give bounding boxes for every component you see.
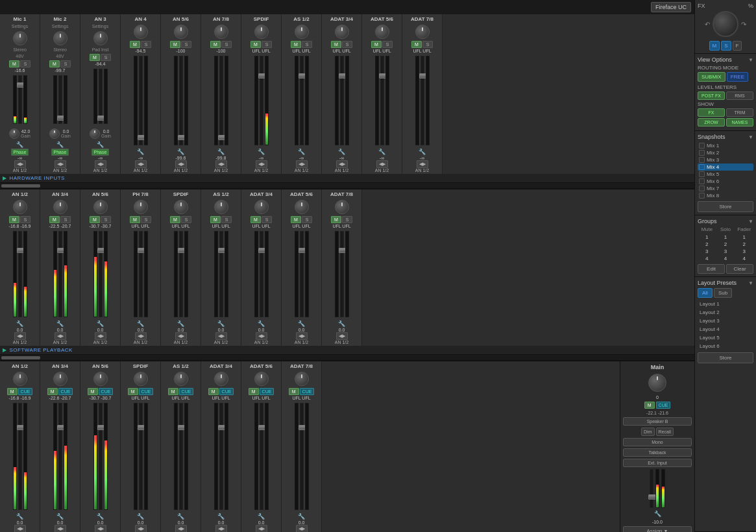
sw-adat56-fader[interactable] (300, 231, 304, 317)
sw-adat78-m-btn[interactable]: M (331, 216, 341, 223)
ch-adat34-s-btn[interactable]: S (342, 41, 352, 48)
ch-mic2-gain-knob[interactable] (49, 128, 60, 139)
cr-talkback-btn[interactable]: Talkback (623, 448, 692, 457)
sw-adat78-arr[interactable]: ◀▶ (336, 332, 348, 340)
sw-adat56-knob[interactable] (295, 200, 309, 214)
sw-an12-m-btn[interactable]: M (9, 216, 19, 223)
out-adat78-arr[interactable]: ◀▶ (296, 525, 308, 532)
rms-btn[interactable]: RMS (726, 91, 753, 100)
snapshots-arrow[interactable]: ▼ (748, 134, 753, 140)
out-adat34-wrench[interactable]: 🔧 (217, 513, 225, 520)
snap-cb5[interactable] (699, 171, 705, 177)
sw-an12-knob[interactable] (13, 200, 27, 214)
sw-an12-fader[interactable] (18, 231, 22, 317)
ch-adat34-arr[interactable]: ◀▶ (336, 160, 348, 168)
ch-an4-wrench[interactable]: 🔧 (136, 148, 145, 156)
ch-an3-wrench[interactable]: 🔧 (96, 141, 104, 149)
ch-mic2-phantom[interactable]: 48V (56, 53, 64, 60)
sw-an34-s-btn[interactable]: S (60, 216, 71, 223)
out-adat78-wrench[interactable]: 🔧 (297, 513, 306, 520)
ch-mic1-wrench[interactable]: 🔧 (16, 141, 24, 149)
ch-adat78-arr[interactable]: ◀▶ (417, 160, 428, 168)
layout-2[interactable]: Layout 2 (698, 308, 753, 317)
cr-recall-btn[interactable]: Recall (656, 428, 674, 436)
ch-as12-s-btn[interactable]: S (302, 41, 312, 48)
ch-mic1-gain-knob[interactable] (9, 128, 19, 139)
sw-spdif-wrench[interactable]: 🔧 (177, 320, 185, 328)
sw-an34-arr[interactable]: ◀▶ (55, 332, 66, 340)
sw-as12-knob[interactable] (214, 200, 228, 214)
out-an56-wrench[interactable]: 🔧 (96, 513, 104, 520)
sw-adat34-wrench[interactable]: 🔧 (257, 320, 265, 328)
sw-adat78-s-btn[interactable]: S (342, 216, 352, 223)
ch-mic2-knob[interactable] (53, 31, 67, 45)
ch-an3-s-btn[interactable]: S (101, 54, 111, 61)
post-fx-btn[interactable]: POST FX (698, 91, 725, 100)
fx-knob[interactable] (713, 11, 738, 37)
ch-spdif-wrench[interactable]: 🔧 (257, 148, 265, 156)
ch-an4-knob[interactable] (134, 25, 148, 39)
fx-m-btn[interactable]: M (709, 41, 720, 51)
sw-scroll-thumb[interactable] (1, 356, 40, 359)
ch-adat56-knob[interactable] (375, 25, 389, 39)
layout-tab-all[interactable]: All (698, 288, 713, 298)
sw-an12-arr[interactable]: ◀▶ (14, 332, 26, 340)
ch-adat78-m-btn[interactable]: M (411, 41, 422, 48)
ch-adat34-m-btn[interactable]: M (331, 41, 341, 48)
sw-an12-s-btn[interactable]: S (20, 216, 30, 223)
snapshot-mix6[interactable]: Mix 6 (698, 178, 753, 185)
snap-cb1[interactable] (699, 143, 705, 149)
layouts-arrow[interactable]: ▼ (748, 280, 753, 286)
ch-an4-m-btn[interactable]: M (130, 41, 140, 48)
snap-cb7[interactable] (699, 186, 705, 191)
out-adat78-cue-btn[interactable]: CUE (300, 388, 315, 395)
show-fx-btn[interactable]: FX (698, 108, 725, 117)
ch-mic2-settings[interactable]: Settings (52, 23, 68, 30)
sw-spdif-s-btn[interactable]: S (181, 216, 191, 223)
ch-mic1-phantom[interactable]: 48V (16, 53, 23, 60)
ch-spdif-s-btn[interactable]: S (262, 41, 272, 48)
out-spdif-cue-btn[interactable]: CUE (139, 388, 154, 395)
snap-cb8[interactable] (699, 193, 705, 199)
out-an12-cue-btn[interactable]: CUE (18, 388, 33, 395)
ch-mic1-settings[interactable]: Settings (12, 23, 28, 30)
ch-an4-s-btn[interactable]: S (141, 41, 151, 48)
sw-as12-wrench[interactable]: 🔧 (217, 320, 225, 328)
show-trim-btn[interactable]: TRIM (726, 108, 753, 117)
ch-as12-fader[interactable] (300, 56, 304, 145)
layout-6[interactable]: Layout 6 (698, 342, 753, 350)
out-adat34-cue-btn[interactable]: CUE (219, 388, 234, 395)
snap-cb3[interactable] (699, 157, 705, 163)
ch-adat34-fader[interactable] (340, 56, 344, 145)
ch-mic2-wrench[interactable]: 🔧 (56, 141, 64, 149)
sw-an56-arr[interactable]: ◀▶ (95, 332, 106, 340)
snapshots-store-btn[interactable]: Store (698, 201, 753, 212)
sw-adat56-wrench[interactable]: 🔧 (297, 320, 306, 328)
out-adat34-knob[interactable] (214, 372, 228, 386)
show-zrow-btn[interactable]: ZROW (698, 118, 725, 127)
out-an12-wrench[interactable]: 🔧 (16, 513, 24, 520)
ch-adat78-fader[interactable] (421, 56, 424, 145)
ch-adat56-m-btn[interactable]: M (371, 41, 382, 48)
out-an12-m-btn[interactable]: M (7, 388, 18, 395)
sw-as12-fader[interactable] (219, 231, 223, 317)
ch-an56-arr[interactable]: ◀▶ (175, 160, 187, 168)
ch-as12-m-btn[interactable]: M (291, 41, 301, 48)
out-adat56-fader[interactable] (260, 403, 263, 510)
ch-an56-wrench[interactable]: 🔧 (177, 148, 185, 156)
sw-adat34-knob[interactable] (254, 200, 269, 214)
sw-an56-s-btn[interactable]: S (101, 216, 111, 223)
out-an56-cue-btn[interactable]: CUE (99, 388, 114, 395)
hw-inputs-scroll-thumb[interactable] (1, 184, 40, 187)
cr-assign-btn[interactable]: Assign ▼ (623, 526, 692, 532)
groups-edit-btn[interactable]: Edit (698, 264, 725, 274)
layout-3[interactable]: Layout 3 (698, 317, 753, 325)
ch-mic2-arr[interactable]: ◀▶ (55, 160, 66, 168)
out-an56-arr[interactable]: ◀▶ (95, 525, 106, 532)
out-adat34-arr[interactable]: ◀▶ (215, 525, 227, 532)
ch-an78-s-btn[interactable]: S (221, 41, 232, 48)
sw-an34-knob[interactable] (53, 200, 67, 214)
cr-wrench[interactable]: 🔧 (623, 510, 692, 518)
snap-cb4[interactable] (699, 164, 705, 170)
device-name[interactable]: Fireface UC (651, 2, 691, 12)
